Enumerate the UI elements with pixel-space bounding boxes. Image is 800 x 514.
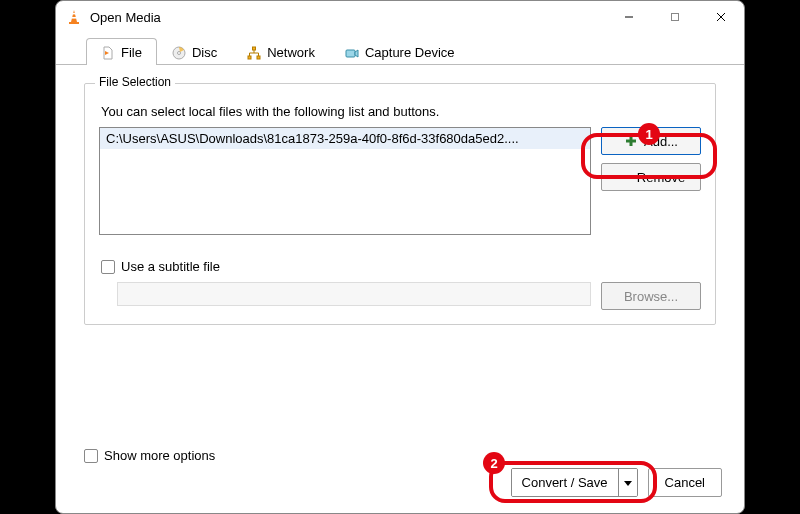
plus-icon <box>624 134 638 148</box>
show-more-options-checkbox[interactable] <box>84 449 98 463</box>
subtitle-path-field <box>117 282 591 306</box>
browse-button-label: Browse... <box>624 289 678 304</box>
titlebar: Open Media <box>56 1 744 33</box>
remove-button-label: Remove <box>637 170 685 185</box>
file-selection-group: File Selection You can select local file… <box>84 83 716 325</box>
add-button-label: Add... <box>644 134 678 149</box>
use-subtitle-label: Use a subtitle file <box>121 259 220 274</box>
cancel-label: Cancel <box>665 475 705 490</box>
remove-file-button[interactable]: Remove <box>601 163 701 191</box>
chevron-down-icon <box>624 475 632 490</box>
svg-rect-1 <box>72 13 76 14</box>
svg-rect-12 <box>248 56 251 59</box>
disc-icon <box>172 46 186 60</box>
svg-marker-0 <box>71 10 77 22</box>
add-file-button[interactable]: Add... <box>601 127 701 155</box>
convert-save-label: Convert / Save <box>522 475 608 490</box>
tab-file[interactable]: File <box>86 38 157 65</box>
window-controls <box>606 1 744 33</box>
file-icon <box>101 46 115 60</box>
tab-file-label: File <box>121 45 142 60</box>
svg-rect-13 <box>257 56 260 59</box>
convert-save-dropdown[interactable] <box>619 469 637 496</box>
dialog-footer: Convert / Save Cancel <box>511 468 722 497</box>
convert-save-button[interactable]: Convert / Save <box>511 468 638 497</box>
maximize-button[interactable] <box>652 1 698 33</box>
tab-disc-label: Disc <box>192 45 217 60</box>
svg-rect-5 <box>672 14 679 21</box>
svg-rect-14 <box>346 50 355 57</box>
network-icon <box>247 46 261 60</box>
tab-disc[interactable]: Disc <box>157 38 232 65</box>
svg-rect-3 <box>69 22 79 24</box>
tab-bar: File Disc Network Capture Device <box>56 33 744 65</box>
file-selection-hint: You can select local files with the foll… <box>101 104 701 119</box>
cancel-button[interactable]: Cancel <box>648 468 722 497</box>
tab-network[interactable]: Network <box>232 38 330 65</box>
svg-rect-11 <box>253 47 256 50</box>
show-more-options-row: Show more options <box>84 448 215 463</box>
svg-marker-19 <box>624 481 632 486</box>
tab-capture-label: Capture Device <box>365 45 455 60</box>
open-media-window: Open Media File Disc Network <box>55 0 745 514</box>
minus-icon <box>617 170 631 184</box>
tab-capture[interactable]: Capture Device <box>330 38 470 65</box>
svg-rect-2 <box>72 17 77 19</box>
tab-network-label: Network <box>267 45 315 60</box>
file-selection-legend: File Selection <box>95 75 175 89</box>
file-list-item[interactable]: C:\Users\ASUS\Downloads\81ca1873-259a-40… <box>100 128 590 149</box>
use-subtitle-checkbox[interactable] <box>101 260 115 274</box>
convert-save-main[interactable]: Convert / Save <box>512 469 619 496</box>
browse-subtitle-button: Browse... <box>601 282 701 310</box>
minimize-button[interactable] <box>606 1 652 33</box>
file-list[interactable]: C:\Users\ASUS\Downloads\81ca1873-259a-40… <box>99 127 591 235</box>
capture-device-icon <box>345 46 359 60</box>
close-button[interactable] <box>698 1 744 33</box>
window-title: Open Media <box>90 10 606 25</box>
show-more-options-label: Show more options <box>104 448 215 463</box>
vlc-cone-icon <box>66 9 82 25</box>
